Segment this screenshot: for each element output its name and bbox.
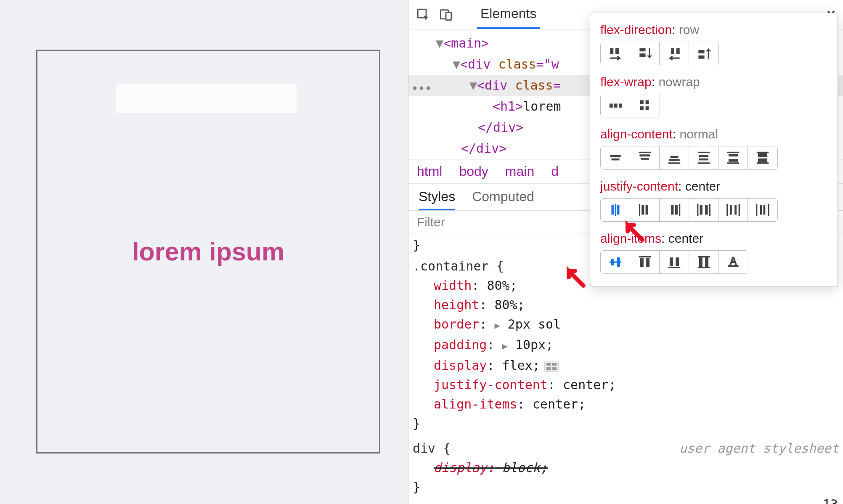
svg-rect-71 — [697, 267, 710, 268]
svg-rect-57 — [763, 205, 766, 215]
fp-flex-direction: flex-direction: row — [600, 22, 827, 65]
align-content-center-icon[interactable] — [601, 146, 630, 169]
svg-rect-37 — [757, 162, 769, 164]
svg-rect-48 — [700, 205, 702, 215]
ellipsis-icon[interactable]: ••• — [411, 78, 431, 99]
flex-wrap-nowrap-icon[interactable] — [601, 94, 630, 117]
preview-pane: lorem ipsum — [0, 0, 408, 504]
justify-content-space-around-icon[interactable] — [718, 199, 748, 221]
svg-rect-49 — [705, 205, 708, 215]
dom-tag-div-wrapper[interactable]: <div class="w — [460, 57, 559, 72]
svg-rect-21 — [639, 154, 650, 157]
preview-container[interactable]: lorem ipsum — [36, 50, 380, 454]
fp-align-content: align-content: normal — [600, 127, 827, 170]
svg-rect-61 — [617, 257, 620, 267]
inspect-element-icon[interactable] — [416, 8, 430, 22]
dom-tag-main[interactable]: <main> — [443, 36, 489, 50]
subtab-computed[interactable]: Computed — [472, 189, 534, 210]
svg-rect-11 — [609, 103, 612, 108]
flex-direction-row-reverse-icon[interactable] — [660, 42, 689, 65]
crumb-main[interactable]: main — [505, 164, 534, 179]
align-items-baseline-icon[interactable] — [718, 251, 748, 273]
dom-close-div-2[interactable]: </div> — [461, 141, 506, 156]
svg-rect-62 — [639, 256, 651, 257]
svg-rect-23 — [670, 156, 678, 158]
rule-div-ua[interactable]: div {user agent stylesheet display: bloc… — [413, 439, 839, 497]
svg-rect-4 — [615, 48, 619, 54]
svg-rect-22 — [641, 158, 649, 160]
svg-rect-35 — [758, 153, 767, 157]
tab-elements[interactable]: Elements — [477, 0, 540, 29]
svg-rect-53 — [734, 205, 737, 215]
justify-content-space-between-icon[interactable] — [689, 199, 718, 221]
expand-triangle-icon[interactable]: ▶ — [502, 341, 508, 351]
svg-rect-67 — [668, 267, 680, 268]
svg-rect-36 — [758, 159, 767, 163]
svg-rect-44 — [671, 205, 673, 215]
flex-direction-column-icon[interactable] — [630, 42, 660, 65]
svg-rect-27 — [699, 155, 708, 157]
svg-rect-28 — [699, 159, 708, 161]
svg-rect-47 — [697, 204, 698, 216]
subtab-styles[interactable]: Styles — [419, 189, 455, 210]
crumb-html[interactable]: html — [417, 164, 442, 179]
crumb-div[interactable]: d — [551, 164, 559, 179]
fp-justify-content: justify-content: center — [600, 179, 827, 222]
svg-rect-3 — [610, 48, 613, 54]
preview-heading: lorem ipsum — [132, 237, 285, 266]
svg-rect-54 — [738, 204, 740, 216]
svg-rect-41 — [639, 204, 640, 216]
crumb-body[interactable]: body — [459, 164, 488, 179]
align-content-space-between-icon[interactable] — [718, 146, 748, 169]
svg-rect-42 — [642, 205, 644, 215]
align-items-stretch-icon[interactable] — [689, 251, 718, 273]
svg-rect-52 — [730, 205, 732, 215]
dom-tag-h1[interactable]: <h1> — [493, 99, 523, 114]
align-content-start-icon[interactable] — [630, 146, 660, 169]
annotation-arrow-icon — [562, 265, 588, 290]
svg-rect-31 — [728, 154, 737, 157]
align-items-center-icon[interactable] — [601, 251, 630, 273]
svg-rect-51 — [726, 204, 728, 216]
align-content-end-icon[interactable] — [660, 146, 689, 169]
svg-rect-55 — [756, 204, 757, 216]
svg-rect-64 — [646, 258, 649, 267]
align-items-end-icon[interactable] — [660, 251, 689, 273]
svg-rect-29 — [697, 162, 710, 164]
justify-content-end-icon[interactable] — [660, 199, 689, 221]
svg-rect-16 — [640, 106, 644, 111]
flex-direction-column-reverse-icon[interactable] — [689, 42, 718, 65]
svg-rect-24 — [669, 159, 679, 161]
flex-direction-row-icon[interactable] — [601, 42, 630, 65]
flex-editor-icon[interactable] — [544, 361, 559, 372]
svg-rect-34 — [757, 152, 769, 153]
align-content-space-around-icon[interactable] — [689, 146, 718, 169]
svg-rect-5 — [639, 48, 645, 51]
align-content-stretch-icon[interactable] — [748, 146, 777, 169]
justify-content-start-icon[interactable] — [630, 199, 660, 221]
expand-triangle-icon[interactable]: ▶ — [495, 320, 500, 331]
svg-rect-6 — [639, 53, 645, 57]
svg-rect-70 — [705, 257, 708, 267]
svg-rect-33 — [727, 162, 739, 164]
svg-rect-69 — [699, 257, 702, 267]
svg-rect-56 — [760, 205, 762, 215]
justify-content-space-evenly-icon[interactable] — [748, 199, 777, 221]
align-items-start-icon[interactable] — [630, 251, 660, 273]
svg-rect-50 — [709, 204, 710, 216]
svg-rect-30 — [727, 152, 739, 153]
device-toggle-icon[interactable] — [439, 8, 453, 22]
svg-rect-58 — [768, 204, 769, 216]
svg-rect-10 — [698, 56, 704, 59]
svg-rect-9 — [698, 50, 704, 53]
flex-wrap-wrap-icon[interactable] — [630, 94, 660, 117]
justify-content-center-icon[interactable] — [601, 199, 630, 221]
source-line-link[interactable]: 13 — [823, 495, 838, 504]
svg-rect-39 — [615, 204, 616, 216]
svg-rect-18 — [610, 155, 620, 157]
svg-rect-38 — [611, 205, 614, 215]
container-selector[interactable]: .container { — [413, 259, 504, 273]
svg-rect-17 — [646, 106, 649, 111]
svg-rect-45 — [675, 205, 677, 215]
dom-close-div-1[interactable]: </div> — [478, 120, 523, 135]
